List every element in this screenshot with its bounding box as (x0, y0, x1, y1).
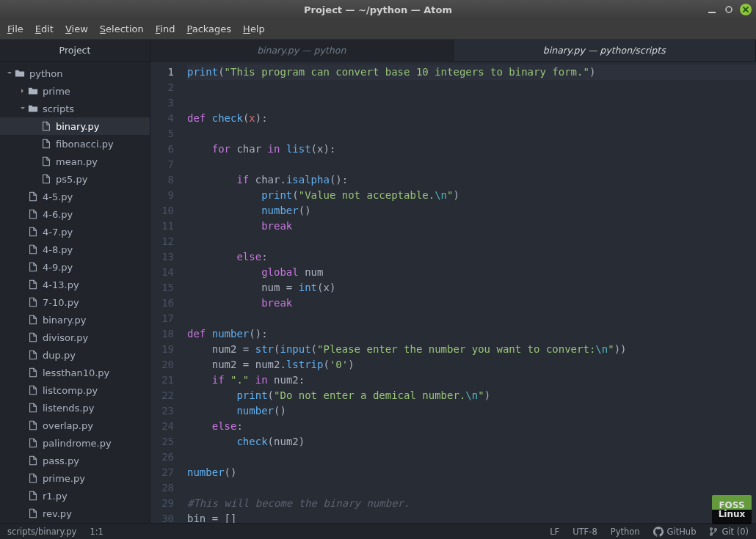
file-icon (28, 262, 38, 272)
file-icon (41, 139, 51, 149)
file-icon (28, 209, 38, 219)
tree-label: rev.py (43, 508, 72, 519)
tree-label: r1.py (43, 491, 68, 502)
file-rev-py[interactable]: rev.py (0, 505, 150, 522)
file-4-5-py[interactable]: 4-5.py (0, 188, 150, 205)
tree-label: 4-13.py (43, 279, 79, 290)
git-branch-icon (709, 527, 718, 536)
file-tree[interactable]: pythonprimescriptsbinary.pyfibonacci.pym… (0, 62, 150, 523)
file-icon (28, 279, 38, 290)
tree-label: pass.py (43, 455, 79, 466)
file-icon (28, 191, 38, 202)
tree-label: listcomp.py (43, 385, 98, 396)
tree-label: lessthan10.py (43, 367, 109, 378)
minimize-button[interactable] (706, 4, 717, 15)
tab-bar: binary.py — pythonbinary.py — python/scr… (150, 40, 756, 62)
file-icon (28, 403, 38, 413)
tree-label: 7-10.py (43, 297, 79, 308)
folder-prime[interactable]: prime (0, 82, 150, 100)
status-github[interactable]: GitHub (653, 527, 697, 537)
tab[interactable]: binary.py — python/scripts (454, 40, 757, 61)
folder-icon (28, 103, 38, 114)
editor-pane: binary.py — pythonbinary.py — python/scr… (150, 40, 756, 523)
gutter: 1234567891011121314151617181920212223242… (150, 62, 183, 523)
tree-label: palindrome.py (43, 438, 112, 449)
file-ps5-py[interactable]: ps5.py (0, 170, 150, 188)
menu-item-find[interactable]: Find (156, 23, 175, 34)
tree-label: listends.py (43, 403, 94, 414)
tree-label: 4-9.py (43, 262, 73, 273)
folder-icon (28, 86, 38, 96)
folder-python[interactable]: python (0, 65, 150, 82)
file-prime-py[interactable]: prime.py (0, 469, 150, 487)
code-area[interactable]: 1234567891011121314151617181920212223242… (150, 62, 756, 523)
menu-item-selection[interactable]: Selection (100, 23, 144, 34)
file-palindrome-py[interactable]: palindrome.py (0, 434, 150, 452)
file-divisor-py[interactable]: divisor.py (0, 329, 150, 346)
file-pass-py[interactable]: pass.py (0, 452, 150, 469)
folder-icon (15, 68, 25, 78)
status-path[interactable]: scripts/binary.py (7, 527, 76, 537)
svg-point-1 (726, 7, 732, 12)
file-overlap-py[interactable]: overlap.py (0, 417, 150, 434)
file-mean-py[interactable]: mean.py (0, 153, 150, 170)
file-listends-py[interactable]: listends.py (0, 399, 150, 417)
file-icon (28, 438, 38, 448)
tree-label: fibonacci.py (56, 139, 114, 150)
chevron-down-icon[interactable] (19, 106, 26, 111)
folder-scripts[interactable]: scripts (0, 100, 150, 117)
code-content[interactable]: print("This program can convert base 10 … (183, 62, 756, 523)
file-lessthan10-py[interactable]: lessthan10.py (0, 364, 150, 381)
menu-item-file[interactable]: File (7, 23, 23, 34)
status-line-ending[interactable]: LF (550, 527, 559, 537)
chevron-right-icon[interactable] (19, 88, 26, 94)
menu-item-help[interactable]: Help (243, 23, 265, 34)
file-icon (28, 455, 38, 466)
file-4-7-py[interactable]: 4-7.py (0, 223, 150, 241)
file-icon (28, 227, 38, 237)
menu-item-view[interactable]: View (65, 23, 88, 34)
tree-label: prime.py (43, 473, 85, 484)
file-icon (28, 315, 38, 325)
status-github-label: GitHub (667, 527, 697, 537)
file-7-10-py[interactable]: 7-10.py (0, 293, 150, 311)
file-4-6-py[interactable]: 4-6.py (0, 205, 150, 223)
file-listcomp-py[interactable]: listcomp.py (0, 381, 150, 399)
status-language[interactable]: Python (611, 527, 640, 537)
file-4-8-py[interactable]: 4-8.py (0, 241, 150, 258)
file-4-13-py[interactable]: 4-13.py (0, 276, 150, 293)
svg-point-4 (715, 528, 717, 530)
tab[interactable]: binary.py — python (150, 40, 454, 61)
file-r1-py[interactable]: r1.py (0, 487, 150, 505)
github-icon (653, 527, 664, 537)
file-icon (28, 297, 38, 307)
status-cursor[interactable]: 1:1 (90, 527, 103, 537)
window-title: Project — ~/python — Atom (0, 4, 756, 15)
file-icon (28, 350, 38, 360)
tree-label: dup.py (43, 350, 76, 361)
chevron-down-icon[interactable] (6, 70, 13, 76)
tree-label: 4-6.py (43, 209, 73, 220)
file-icon (28, 244, 38, 254)
file-binary-py[interactable]: binary.py (0, 117, 150, 135)
tree-label: scripts (43, 103, 74, 114)
maximize-button[interactable] (723, 4, 734, 15)
file-icon (28, 508, 38, 518)
status-git[interactable]: Git (0) (709, 527, 749, 537)
file-icon (41, 174, 51, 184)
file-fibonacci-py[interactable]: fibonacci.py (0, 135, 150, 153)
file-dup-py[interactable]: dup.py (0, 346, 150, 364)
sidebar-header: Project (0, 40, 150, 62)
tree-label: ps5.py (56, 174, 87, 185)
tree-label: overlap.py (43, 420, 93, 431)
file-binary-py[interactable]: binary.py (0, 311, 150, 329)
file-icon (41, 156, 51, 166)
menu-item-edit[interactable]: Edit (35, 23, 54, 34)
file-icon (28, 367, 38, 378)
file-4-9-py[interactable]: 4-9.py (0, 258, 150, 276)
menu-item-packages[interactable]: Packages (186, 23, 231, 34)
status-encoding[interactable]: UTF-8 (573, 527, 597, 537)
menubar: FileEditViewSelectionFindPackagesHelp (0, 19, 756, 40)
close-button[interactable] (740, 4, 752, 15)
window-controls (706, 4, 752, 15)
